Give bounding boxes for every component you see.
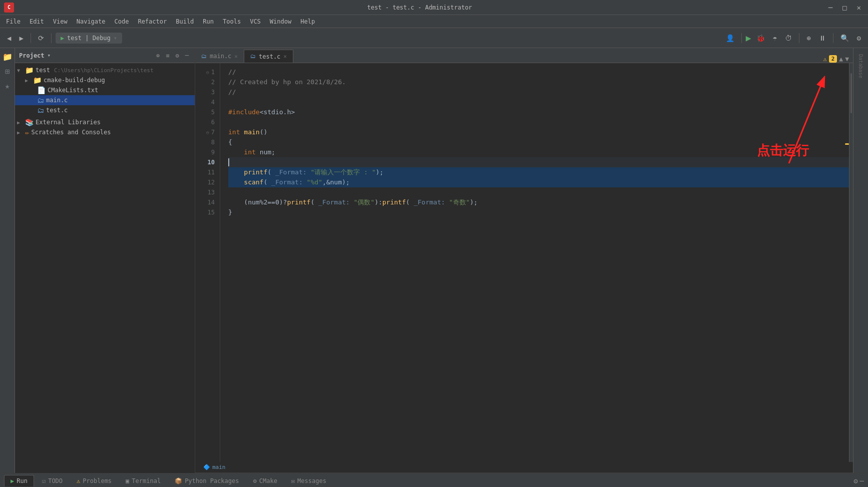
profile-run-button[interactable]: ⏱ (782, 33, 795, 44)
back-button[interactable]: ◀ (4, 33, 14, 44)
menu-help[interactable]: Help (296, 17, 319, 27)
database-label[interactable]: Database (856, 50, 865, 82)
run-tab-icon: ▶ (11, 477, 14, 484)
root-arrow: ▼ (17, 68, 23, 73)
ln-3: 3 (195, 87, 215, 97)
tab-messages[interactable]: ✉ Messages (285, 475, 332, 486)
menu-run[interactable]: Run (199, 17, 218, 27)
menu-window[interactable]: Window (266, 17, 295, 27)
external-libs-name: External Libraries (36, 119, 101, 126)
ln-4: 4 (195, 97, 215, 107)
forward-button[interactable]: ▶ (16, 33, 26, 44)
menu-file[interactable]: File (2, 17, 25, 27)
tree-testc[interactable]: ▶ 🗂 test.c (15, 105, 195, 115)
debug-button[interactable]: 🐞 (753, 33, 768, 44)
bottom-close-button[interactable]: ─ (860, 477, 864, 485)
line-numbers: ⊖ 1 2 3 4 5 6 ⊖ 7 8 9 10 11 12 13 14 15 (195, 63, 220, 462)
run-config-selector[interactable]: ▶ test | Debug ▾ (56, 33, 122, 44)
profile-button[interactable]: 👤 (723, 33, 737, 44)
settings-button[interactable]: ⚙ (854, 33, 864, 44)
code-line-7: int main() (228, 127, 849, 137)
fold-1[interactable]: ⊖ (204, 69, 211, 76)
search-button[interactable]: 🔍 (837, 33, 852, 44)
structure-icon[interactable]: ⊞ (3, 65, 12, 78)
sync-button[interactable]: ⟳ (35, 33, 47, 44)
warning-count: 2 (829, 55, 837, 63)
project-icon[interactable]: 📁 (1, 50, 15, 64)
panel-actions: ⊕ ≡ ⚙ ─ (154, 51, 191, 60)
todo-label: TODO (48, 477, 63, 484)
tab-todo[interactable]: ☑ TODO (36, 475, 69, 486)
main-container: 📁 ⊞ ★ Project ▾ ⊕ ≡ ⚙ ─ ▼ 📁 test C:\User… (0, 48, 868, 473)
ln-8: 8 (195, 137, 215, 147)
tree-mainc[interactable]: ▶ 🗂 main.c (15, 95, 195, 105)
menu-vcs[interactable]: VCS (246, 17, 265, 27)
menu-tools[interactable]: Tools (219, 17, 245, 27)
mainc-file-icon: 🗂 (37, 96, 44, 104)
code-editor[interactable]: // // Created by hp on 2021/8/26. // #in… (220, 63, 849, 462)
menu-build[interactable]: Build (172, 17, 198, 27)
settings-panel-button[interactable]: ⚙ (174, 51, 181, 60)
editor-scrollbar[interactable] (849, 63, 853, 462)
tab-python-packages[interactable]: 📦 Python Packages (169, 475, 245, 486)
menu-refactor[interactable]: Refactor (134, 17, 171, 27)
code-line-3: // (228, 87, 849, 97)
toolbar-sep-5 (833, 33, 833, 43)
ln-14: 14 (195, 197, 215, 207)
tab-cmake[interactable]: ⚙ CMake (247, 475, 283, 486)
fold-7[interactable]: ⊖ (204, 129, 211, 136)
collapse-button[interactable]: ≡ (164, 51, 171, 60)
tree-cmakelists[interactable]: ▶ 📄 CMakeLists.txt (15, 85, 195, 95)
coverage-button[interactable]: ☂ (770, 33, 780, 44)
run-tab-label: Run (17, 477, 28, 484)
tab-problems[interactable]: ⚠ Problems (71, 475, 118, 486)
tab-mainc-icon: 🗂 (201, 53, 207, 60)
toolbar: ◀ ▶ ⟳ ▶ test | Debug ▾ 👤 ▶ 🐞 ☂ ⏱ ⊕ ⏸ 🔍 ⚙ (0, 28, 868, 48)
hide-panel-button[interactable]: ─ (183, 51, 191, 60)
minimize-button[interactable]: ─ (825, 3, 835, 13)
tree-root[interactable]: ▼ 📁 test C:\Users\hp\CLionProjects\test (15, 65, 195, 75)
scroll-up-btn[interactable]: ▲ (839, 55, 843, 63)
tab-testc-close[interactable]: ✕ (283, 53, 287, 60)
favorites-icon[interactable]: ★ (3, 79, 12, 93)
side-panel-icons: 📁 ⊞ ★ (0, 48, 15, 473)
tab-terminal[interactable]: ▣ Terminal (120, 475, 167, 486)
warning-icon: ⚠ (823, 56, 826, 63)
close-button[interactable]: ✕ (854, 3, 864, 13)
menu-view[interactable]: View (49, 17, 72, 27)
tab-mainc-close[interactable]: ✕ (234, 53, 238, 60)
tree-cmake-build[interactable]: ▶ 📁 cmake-build-debug (15, 75, 195, 85)
tree-scratches[interactable]: ▶ ✏ Scratches and Consoles (15, 127, 195, 137)
tab-testc-label: test.c (259, 53, 280, 60)
menu-navigate[interactable]: Navigate (73, 17, 110, 27)
editor-content: ⊖ 1 2 3 4 5 6 ⊖ 7 8 9 10 11 12 13 14 15 … (195, 63, 853, 462)
maximize-button[interactable]: □ (839, 3, 849, 13)
menu-code[interactable]: Code (111, 17, 133, 27)
pause-button[interactable]: ⏸ (816, 33, 829, 44)
ln-2: 2 (195, 77, 215, 87)
scroll-down-btn[interactable]: ▼ (845, 55, 849, 63)
toolbar-sep-2 (51, 33, 52, 43)
python-packages-icon: 📦 (175, 477, 182, 484)
breadcrumb-main[interactable]: main (212, 464, 226, 470)
title-bar-left: C (4, 3, 14, 13)
menu-edit[interactable]: Edit (26, 17, 48, 27)
scratches-icon: ✏ (25, 128, 29, 136)
tab-testc[interactable]: 🗂 test.c ✕ (244, 50, 293, 63)
tab-run[interactable]: ▶ Run (4, 475, 34, 486)
tree-external-libs[interactable]: ▶ 📚 External Libraries (15, 117, 195, 127)
bookmark-button[interactable]: ⊕ (803, 33, 813, 44)
ln-5: 5 (195, 107, 215, 117)
bottom-tabs: ▶ Run ☑ TODO ⚠ Problems ▣ Terminal 📦 Pyt… (0, 473, 868, 487)
tab-mainc[interactable]: 🗂 main.c ✕ (195, 50, 244, 63)
run-button[interactable]: ▶ (746, 33, 751, 43)
project-dropdown[interactable]: ▾ (48, 52, 51, 59)
locate-button[interactable]: ⊕ (154, 51, 162, 60)
code-line-15: } (228, 207, 849, 217)
toolbar-sep-3 (741, 33, 742, 43)
ln-6: 6 (195, 117, 215, 127)
project-panel: Project ▾ ⊕ ≡ ⚙ ─ ▼ 📁 test C:\Users\hp\C… (15, 48, 195, 473)
bottom-settings-button[interactable]: ⚙ (853, 477, 857, 485)
python-packages-label: Python Packages (185, 477, 239, 484)
ln-13: 13 (195, 187, 215, 197)
